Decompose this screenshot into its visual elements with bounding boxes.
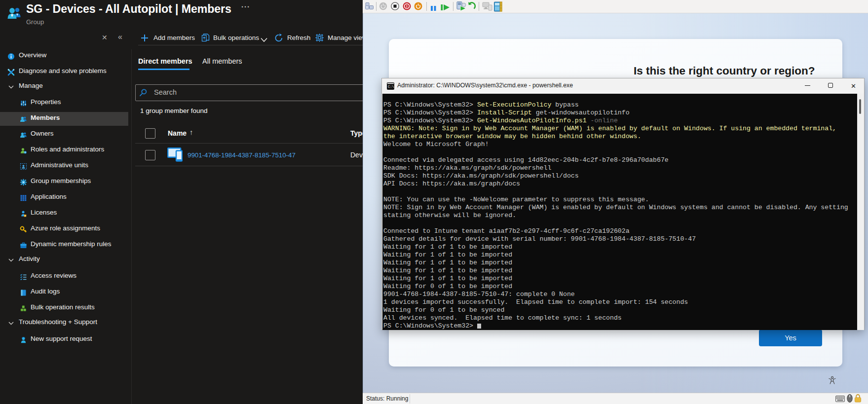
svg-text:C:\: C:\ [388, 85, 394, 89]
